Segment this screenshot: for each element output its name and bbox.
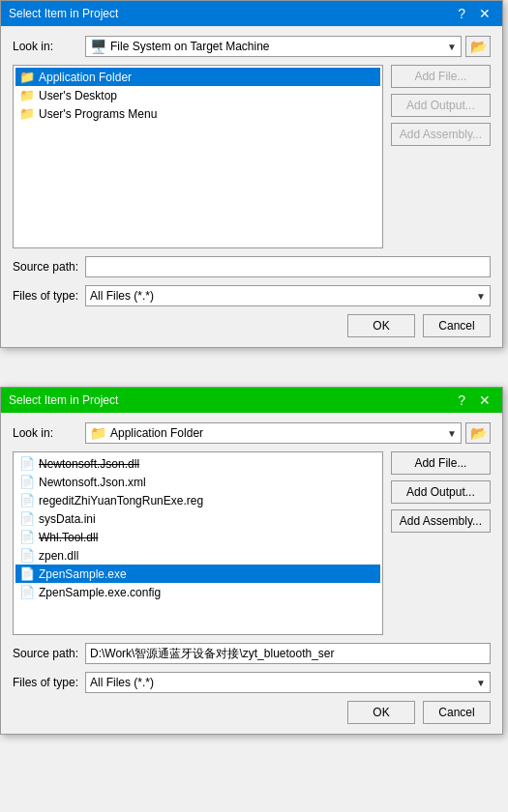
lookin-folder-icon-1: 🖥️ <box>90 39 106 54</box>
add-file-button-1[interactable]: Add File... <box>391 65 491 88</box>
item-file-icon: 📄 <box>19 566 35 581</box>
title-buttons-2: ? ✕ <box>454 393 494 407</box>
files-type-arrow-1: ▼ <box>476 291 486 302</box>
item-file-icon: 📄 <box>19 530 35 544</box>
dialog-2-body: Look in: 📁 Application Folder ▼ 📂 📄 Newt… <box>1 413 502 734</box>
add-output-button-2[interactable]: Add Output... <box>391 480 491 504</box>
source-path-label-2: Source path: <box>13 647 85 660</box>
lookin-folder-icon-2: 📁 <box>90 425 106 441</box>
help-button-1[interactable]: ? <box>454 7 469 20</box>
files-type-row-1: Files of type: All Files (*.*) ▼ <box>13 285 491 306</box>
list-item[interactable]: 📁 User's Programs Menu <box>15 104 380 123</box>
files-type-arrow-2: ▼ <box>476 678 486 688</box>
add-assembly-button-1[interactable]: Add Assembly... <box>391 123 491 146</box>
list-item[interactable]: 📄 Newtonsoft.Json.dll <box>15 454 380 473</box>
item-folder-icon: 📁 <box>19 70 35 84</box>
item-folder-icon: 📁 <box>19 88 35 102</box>
lookin-browse-1[interactable]: 📂 <box>465 36 491 57</box>
item-file-icon: 📄 <box>19 585 35 599</box>
item-label: User's Desktop <box>39 89 117 102</box>
list-item[interactable]: 📁 User's Desktop <box>15 86 380 104</box>
dialog-1-title: Select Item in Project <box>9 7 118 20</box>
close-button-2[interactable]: ✕ <box>475 393 494 407</box>
lookin-row-2: Look in: 📁 Application Folder ▼ 📂 <box>13 422 491 444</box>
folder-browse-icon-1: 📂 <box>470 39 487 54</box>
ok-button-1[interactable]: OK <box>347 314 415 337</box>
item-label: zpen.dll <box>39 549 78 563</box>
titlebar-2: Select Item in Project ? ✕ <box>1 388 502 413</box>
dialog-1: Select Item in Project ? ✕ Look in: 🖥️ F… <box>0 0 503 348</box>
item-label: sysData.ini <box>39 512 96 526</box>
source-path-input-1[interactable] <box>85 256 491 277</box>
close-button-1[interactable]: ✕ <box>475 7 494 20</box>
lookin-value-2: Application Folder <box>110 426 447 440</box>
files-type-value-2: All Files (*.*) <box>90 676 476 689</box>
add-assembly-button-2[interactable]: Add Assembly... <box>391 509 491 533</box>
file-list-1[interactable]: 📁 Application Folder 📁 User's Desktop 📁 … <box>13 65 383 248</box>
title-buttons-1: ? ✕ <box>454 7 494 20</box>
files-type-row-2: Files of type: All Files (*.*) ▼ <box>13 672 491 693</box>
help-button-2[interactable]: ? <box>454 393 469 407</box>
item-label: ZpenSample.exe <box>39 567 127 581</box>
list-item[interactable]: 📄 Newtonsoft.Json.xml <box>15 473 380 491</box>
source-path-label-1: Source path: <box>13 260 85 274</box>
side-buttons-1: Add File... Add Output... Add Assembly..… <box>391 65 491 248</box>
item-label: regeditZhiYuanTongRunExe.reg <box>39 494 203 508</box>
list-item[interactable]: 📄 ZpenSample.exe.config <box>15 583 380 601</box>
item-file-icon: 📄 <box>19 548 35 563</box>
list-item[interactable]: 📄 regeditZhiYuanTongRunExe.reg <box>15 491 380 509</box>
lookin-arrow-2: ▼ <box>447 428 457 439</box>
source-path-row-1: Source path: <box>13 256 491 277</box>
item-file-icon: 📄 <box>19 456 35 471</box>
lookin-arrow-1: ▼ <box>447 42 457 52</box>
list-item[interactable]: 📁 Application Folder <box>15 68 380 86</box>
lookin-row-1: Look in: 🖥️ File System on Target Machin… <box>13 36 491 57</box>
cancel-button-1[interactable]: Cancel <box>423 314 491 337</box>
lookin-combo-1[interactable]: 🖥️ File System on Target Machine ▼ <box>85 36 462 57</box>
lookin-value-1: File System on Target Machine <box>110 40 447 53</box>
files-type-combo-1[interactable]: All Files (*.*) ▼ <box>85 285 491 306</box>
item-label: Whl.Tool.dll <box>39 531 98 544</box>
files-type-combo-2[interactable]: All Files (*.*) ▼ <box>85 672 491 693</box>
side-buttons-2: Add File... Add Output... Add Assembly..… <box>391 451 491 635</box>
item-label: ZpenSample.exe.config <box>39 586 161 599</box>
item-label: Application Folder <box>39 71 132 84</box>
ok-button-2[interactable]: OK <box>347 701 415 724</box>
item-file-icon: 📄 <box>19 511 35 526</box>
main-area-2: 📄 Newtonsoft.Json.dll 📄 Newtonsoft.Json.… <box>13 451 491 635</box>
item-file-icon: 📄 <box>19 475 35 489</box>
files-type-label-1: Files of type: <box>13 289 85 303</box>
lookin-combo-2[interactable]: 📁 Application Folder ▼ <box>85 422 462 444</box>
source-path-row-2: Source path: <box>13 643 491 664</box>
titlebar-1: Select Item in Project ? ✕ <box>1 1 502 26</box>
dialog-2: Select Item in Project ? ✕ Look in: 📁 Ap… <box>0 387 503 735</box>
dialog-2-title: Select Item in Project <box>9 393 118 407</box>
file-list-2[interactable]: 📄 Newtonsoft.Json.dll 📄 Newtonsoft.Json.… <box>13 451 383 635</box>
item-file-icon: 📄 <box>19 493 35 508</box>
lookin-label-1: Look in: <box>13 40 85 53</box>
list-item[interactable]: 📄 zpen.dll <box>15 546 380 565</box>
lookin-label-2: Look in: <box>13 426 85 440</box>
files-type-value-1: All Files (*.*) <box>90 289 476 303</box>
item-label: Newtonsoft.Json.xml <box>39 476 146 489</box>
add-file-button-2[interactable]: Add File... <box>391 451 491 475</box>
list-item[interactable]: 📄 ZpenSample.exe <box>15 565 380 583</box>
source-path-input-2[interactable] <box>85 643 491 664</box>
bottom-buttons-1: OK Cancel <box>13 314 491 337</box>
add-output-button-1[interactable]: Add Output... <box>391 94 491 117</box>
folder-browse-icon-2: 📂 <box>470 425 487 441</box>
main-area-1: 📁 Application Folder 📁 User's Desktop 📁 … <box>13 65 491 248</box>
item-label: User's Programs Menu <box>39 107 157 121</box>
item-folder-icon: 📁 <box>19 106 35 121</box>
bottom-buttons-2: OK Cancel <box>13 701 491 724</box>
list-item[interactable]: 📄 Whl.Tool.dll <box>15 528 380 546</box>
dialog-1-body: Look in: 🖥️ File System on Target Machin… <box>1 26 502 347</box>
cancel-button-2[interactable]: Cancel <box>423 701 491 724</box>
item-label: Newtonsoft.Json.dll <box>39 457 139 471</box>
list-item[interactable]: 📄 sysData.ini <box>15 509 380 528</box>
files-type-label-2: Files of type: <box>13 676 85 689</box>
lookin-browse-2[interactable]: 📂 <box>465 422 491 444</box>
